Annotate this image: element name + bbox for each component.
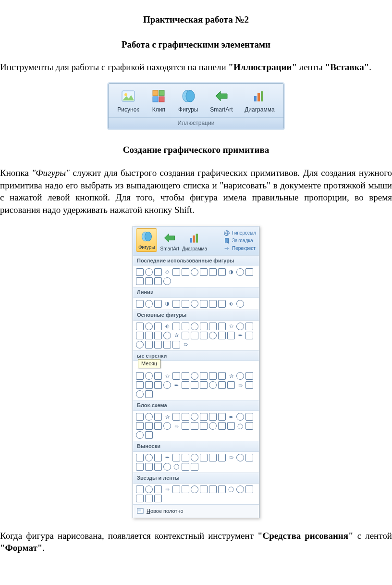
shape-item[interactable]: ✰ [163,413,171,421]
shape-item[interactable] [245,332,253,339]
shape-item[interactable]: ◯ [172,463,180,471]
shape-item[interactable] [136,495,144,502]
top-button-smartart[interactable]: SmartArt [160,231,179,252]
shape-item[interactable] [191,485,198,493]
shape-item[interactable] [154,413,162,421]
shape-item[interactable] [182,422,189,430]
ribbon-button-shapes[interactable]: Фигуры [175,87,201,114]
shape-item[interactable] [145,268,153,276]
shape-item[interactable] [145,422,153,430]
shape-item[interactable] [136,485,144,493]
link-bookmark[interactable]: Закладка [223,237,256,244]
shape-item[interactable] [182,323,189,330]
shape-item[interactable] [136,323,144,330]
shape-item[interactable]: ✩ [227,323,235,330]
shape-item[interactable] [154,463,162,471]
shape-item[interactable] [145,372,153,380]
shape-item[interactable]: ➨ [172,381,180,389]
shape-item[interactable] [245,422,253,430]
shape-item[interactable] [200,323,208,330]
shape-item[interactable] [172,323,180,330]
shape-item[interactable] [182,413,189,421]
shape-item[interactable] [227,332,235,339]
shape-item[interactable] [209,422,217,430]
shape-item[interactable] [191,332,198,339]
shape-item[interactable] [163,422,171,430]
shape-item[interactable] [191,381,198,389]
shape-item[interactable] [200,454,208,461]
new-canvas-item[interactable]: Новое полотно [133,504,259,518]
shape-item[interactable] [191,463,198,471]
shape-item[interactable] [145,431,153,439]
shape-item[interactable] [136,454,144,461]
shape-item[interactable]: ✩ [163,372,171,380]
shape-item[interactable] [154,323,162,330]
shape-item[interactable] [145,277,153,285]
shape-item[interactable]: ➨ [236,332,244,339]
shape-item[interactable] [209,332,217,339]
shape-item[interactable] [182,372,189,380]
shape-item[interactable] [136,332,144,339]
shape-item[interactable] [218,485,226,493]
shape-item[interactable] [154,485,162,493]
shape-item[interactable] [191,454,198,461]
shape-item[interactable] [154,341,162,349]
shape-item[interactable] [182,463,189,471]
shape-item[interactable] [236,300,244,308]
shape-item[interactable] [209,372,217,380]
shape-item[interactable]: ➯ [172,422,180,430]
shape-item[interactable] [163,277,171,285]
shape-item[interactable] [136,413,144,421]
shape-item[interactable] [218,381,226,389]
shape-item[interactable] [154,495,162,502]
shape-item[interactable] [182,454,189,461]
shape-item[interactable] [191,300,198,308]
shape-item[interactable] [209,381,217,389]
shape-item[interactable]: ◯ [227,485,235,493]
ribbon-button-chart[interactable]: Диаграмма [242,87,277,114]
top-button-chart[interactable]: Диаграмма [182,231,207,252]
shape-item[interactable] [136,268,144,276]
shape-item[interactable] [182,268,189,276]
shape-item[interactable] [182,332,189,339]
shape-item[interactable] [145,463,153,471]
top-button-shapes[interactable]: Фигуры [136,228,157,252]
shape-item[interactable] [136,431,144,439]
shape-item[interactable] [218,413,226,421]
shape-item[interactable] [209,300,217,308]
shape-item[interactable]: ⬖ [227,300,235,308]
shape-item[interactable] [245,485,253,493]
shape-item[interactable] [145,332,153,339]
shape-item[interactable] [245,413,253,421]
link-crossref[interactable]: Перекрест [223,245,256,252]
shape-item[interactable] [145,390,153,398]
shape-item[interactable] [172,268,180,276]
shape-item[interactable] [236,485,244,493]
shape-item[interactable] [172,413,180,421]
shape-item[interactable] [136,300,144,308]
shape-item[interactable] [200,332,208,339]
link-hyperlink[interactable]: Гиперссыл [223,230,256,236]
shape-item[interactable] [145,341,153,349]
shape-item[interactable] [145,323,153,330]
shape-item[interactable]: ◑ [227,268,235,276]
shape-item[interactable] [172,341,180,349]
shape-item[interactable] [209,413,217,421]
shape-item[interactable] [227,422,235,430]
shape-item[interactable] [191,413,198,421]
shape-item[interactable] [236,268,244,276]
shape-item[interactable] [191,422,198,430]
shape-item[interactable] [227,381,235,389]
shape-item[interactable] [200,422,208,430]
shape-item[interactable] [218,422,226,430]
shape-item[interactable] [209,454,217,461]
shape-item[interactable]: ✰ [227,372,235,380]
shape-item[interactable] [172,454,180,461]
shape-item[interactable]: ✰ [172,332,180,339]
shape-item[interactable] [245,381,253,389]
shape-item[interactable]: ➯ [236,381,244,389]
shape-item[interactable] [145,413,153,421]
shape-item[interactable] [218,454,226,461]
shape-item[interactable] [145,454,153,461]
shape-item[interactable] [200,372,208,380]
